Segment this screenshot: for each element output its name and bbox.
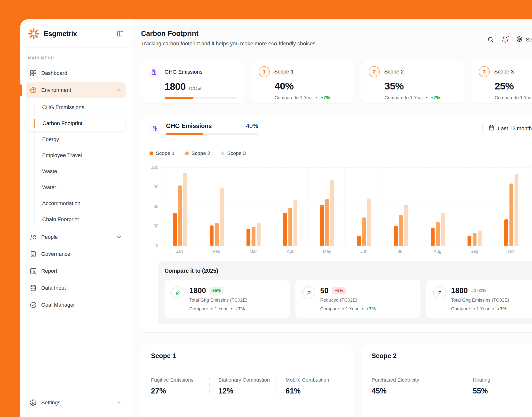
bar-scope-3[interactable] [404, 205, 408, 246]
x-axis-label: Mar [235, 249, 272, 254]
compare-card-total-emissions[interactable]: 1800 +5% Total Ghg Emissins (TC02E) Comp… [164, 280, 290, 318]
sidebar-item-dashboard[interactable]: Dashboard [26, 65, 126, 81]
sidebar-item-environment[interactable]: Environment [26, 82, 126, 98]
bar-scope-3[interactable] [330, 180, 334, 246]
x-axis-label: Feb [198, 249, 235, 254]
legend-swatch [185, 152, 189, 155]
bar-scope-1[interactable] [357, 236, 361, 246]
sidebar-item-governance[interactable]: Governance [26, 246, 126, 262]
sidebar-header: Esgmetrix [20, 19, 131, 48]
legend-item-scope-1[interactable]: Scope 1 [150, 150, 174, 156]
settings-gear-icon [30, 399, 37, 406]
x-axis-label: May [308, 249, 345, 254]
bar-scope-3[interactable] [514, 174, 518, 246]
compare-card-label: Total Ghg Emissins (TC02E) [451, 297, 509, 303]
legend-item-scope-2[interactable]: Scope 2 [185, 150, 210, 156]
chevron-up-icon [116, 87, 122, 93]
page-header: Carbon Footprint Tracking carbon footpri… [141, 30, 532, 48]
bar-scope-1[interactable] [431, 228, 435, 246]
bar-scope-2[interactable] [436, 222, 440, 246]
brand-name: Esgmetrix [44, 30, 77, 38]
change-badge: +5% [332, 287, 346, 294]
people-icon [30, 233, 37, 241]
bar-scope-1[interactable] [246, 229, 250, 246]
bar-scope-3[interactable] [478, 230, 481, 246]
compare-card-reduced[interactable]: 50 +5% Reduced (TC02E) Compare to 1 Year… [296, 280, 420, 318]
stats-row: GHG Emissions 1800 TCO₂e 1 [141, 60, 532, 104]
set-goals-button[interactable]: Set Goals [516, 36, 532, 44]
scope-2-number-icon: 2 [369, 66, 380, 77]
bar-scope-3[interactable] [183, 173, 187, 246]
report-icon [30, 267, 37, 275]
bar-scope-1[interactable] [504, 219, 508, 246]
bar-scope-3[interactable] [367, 198, 371, 246]
sidebar-item-settings[interactable]: Settings [26, 395, 126, 411]
sidebar-collapse-button[interactable] [117, 30, 124, 37]
search-button[interactable] [487, 36, 494, 44]
trend-up-icon [230, 306, 233, 312]
sidebar-item-chg-emmissions[interactable]: CHG Emmissions [26, 100, 126, 115]
compare-section: Compare it to (2025) 1800 [158, 261, 532, 324]
sidebar-item-chain-foorprint[interactable]: Chain Foorprint [26, 212, 126, 227]
y-axis: 1209060300 [150, 167, 161, 246]
submenu-item-label: Waste [42, 168, 57, 175]
stat-card-ghg-emissions[interactable]: GHG Emissions 1800 TCO₂e [141, 60, 244, 104]
scope-metrics: Fugitive Emissions 27% Stationary Combus… [141, 368, 354, 404]
x-axis-label: Nov [530, 249, 532, 254]
chart-percent: 40% [246, 122, 258, 129]
submenu-item-label: Energy [42, 136, 59, 143]
compare-card-body: 1800 =0.00% Total Ghg Emissins (TC02E) C… [451, 286, 509, 312]
sidebar-item-people[interactable]: People [26, 229, 126, 245]
x-axis-label: Jul [382, 249, 419, 254]
sidebar-item-water[interactable]: Water [26, 180, 126, 195]
bar-scope-2[interactable] [178, 186, 182, 246]
stat-card-scope-2[interactable]: 2 Scope 2 35% Compare to 1 Year +7% [361, 60, 464, 104]
sidebar-item-data-input[interactable]: Data Input [26, 280, 126, 296]
bar-scope-3[interactable] [294, 200, 297, 246]
chart-body: Scope 1Scope 2Scope 3 1209060300 JanFebM… [141, 143, 532, 324]
sidebar-item-waste[interactable]: Waste [26, 164, 126, 179]
sidebar-item-report[interactable]: Report [26, 263, 126, 279]
stat-card-head: 1 Scope 1 [259, 66, 347, 77]
menu-item-label: Data Input [41, 285, 66, 291]
sidebar-footer: Settings [20, 392, 131, 417]
compare-line: Compare to 1 Year +7% [385, 95, 457, 100]
sidebar-item-carbon-footprint[interactable]: Carbon Footprint [26, 116, 126, 131]
date-range-dropdown[interactable]: Last 12 month [482, 121, 532, 136]
x-axis-labels: JanFebMarAprMayJunJulAugSepOctNov [161, 249, 532, 254]
stat-card-scope-1[interactable]: 1 Scope 1 40% Compare to 1 Year +7% [251, 60, 354, 104]
governance-icon [30, 250, 37, 258]
search-icon [487, 36, 494, 44]
sidebar-item-goal-manager[interactable]: Goal Manager [26, 297, 126, 313]
trend-up-icon [491, 306, 495, 312]
bar-scope-2[interactable] [252, 227, 256, 246]
bar-scope-1[interactable] [173, 213, 177, 246]
chart-title: GHG Emissions [166, 122, 212, 129]
sidebar-item-accommodation[interactable]: Accommodation [26, 196, 126, 211]
bar-scope-1[interactable] [210, 226, 214, 246]
scope-metric: Heating 55% [464, 377, 532, 396]
stat-card-scope-3[interactable]: 3 Scope 3 25% Compare to 1 Year +7% [471, 60, 532, 104]
bar-scope-1[interactable] [394, 226, 398, 246]
metric-value: 27% [151, 387, 209, 396]
app-frame: Esgmetrix MAIN MENU Dashboard [0, 0, 532, 417]
sidebar-item-energy[interactable]: Energy [26, 132, 126, 147]
main-menu: MAIN MENU Dashboard Environment [20, 48, 131, 392]
notification-dot [507, 35, 510, 38]
bar-scope-2[interactable] [362, 218, 366, 246]
bar-scope-2[interactable] [510, 184, 513, 246]
bar-scope-1[interactable] [468, 236, 471, 246]
compare-card-total-emissions-2[interactable]: 1800 =0.00% Total Ghg Emissins (TC02E) C… [426, 280, 532, 318]
bar-scope-1[interactable] [283, 213, 287, 246]
bar-scope-3[interactable] [441, 213, 445, 246]
stat-value: 1800 [164, 81, 186, 92]
bar-scope-2[interactable] [288, 208, 292, 246]
bar-scope-3[interactable] [220, 188, 224, 246]
bar-scope-2[interactable] [473, 233, 477, 246]
bar-scope-2[interactable] [399, 215, 403, 246]
sidebar-item-employee-travel[interactable]: Employee Travel [26, 148, 126, 163]
notifications-button[interactable] [501, 36, 509, 44]
bar-scope-1[interactable] [320, 205, 324, 246]
ghg-emissions-panel: GHG Emissions 40% Last 12 month [141, 114, 532, 333]
legend-item-scope-3[interactable]: Scope 3 [221, 150, 246, 156]
